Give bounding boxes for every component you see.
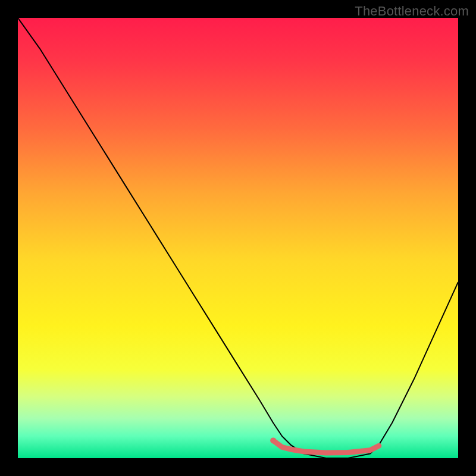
series-group [18, 18, 458, 458]
chart-frame: TheBottleneck.com [0, 0, 476, 476]
watermark-text: TheBottleneck.com [355, 4, 469, 19]
series-bottleneck-curve [18, 18, 458, 458]
marker-dot [270, 437, 276, 443]
plot-area [18, 18, 458, 458]
curve-layer [18, 18, 458, 458]
markers-group [270, 437, 276, 443]
